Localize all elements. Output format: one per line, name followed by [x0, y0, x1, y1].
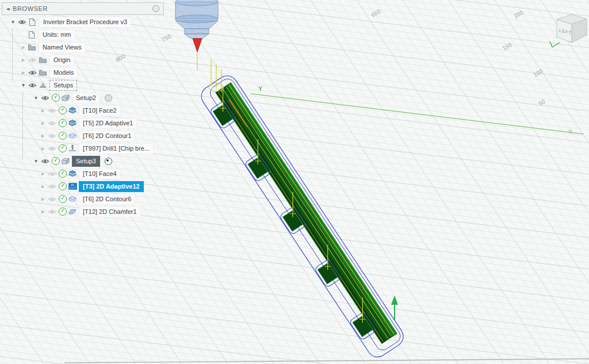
contour-operation-icon	[68, 132, 77, 139]
document-icon	[28, 31, 37, 39]
display-settings-icon[interactable]	[152, 5, 159, 12]
browser-item-label[interactable]: [T10] Face4	[79, 168, 121, 179]
operation-valid-check-icon: ✓	[52, 94, 60, 102]
browser-row-setup2[interactable]: ▾✓Setup2	[2, 91, 154, 104]
visibility-on-eye-icon[interactable]	[28, 82, 37, 89]
browser-panel-title: BROWSER	[13, 5, 48, 12]
visibility-off-eye-icon[interactable]	[48, 120, 57, 127]
browser-row-t10-face2[interactable]: ▹✓[T10] Face2	[2, 104, 154, 117]
browser-item-label[interactable]: Setup2	[72, 93, 100, 104]
browser-item-label[interactable]: Inverter Bracket Procedure v3	[39, 17, 131, 28]
expand-arrow-icon[interactable]: ▹	[40, 145, 46, 152]
operation-valid-check-icon: ✓	[59, 182, 67, 190]
browser-row-t5-2d-adaptive1[interactable]: ▹✓[T5] 2D Adaptive1	[2, 117, 154, 129]
toolpath-pass-line	[229, 85, 394, 335]
y-axis-line	[251, 94, 583, 134]
browser-item-label[interactable]: [T997] Drill1 [Chip bre...	[79, 143, 154, 154]
browser-item-label[interactable]: Units: mm	[39, 29, 75, 40]
folder-icon	[28, 44, 37, 51]
face-operation-icon	[68, 170, 77, 177]
collapse-arrow-icon[interactable]: ▾	[10, 19, 16, 25]
browser-row-t6-2d-contour1[interactable]: ▹✓[T6] 2D Contour1	[2, 129, 154, 142]
part-edge-highlight	[231, 82, 397, 334]
visibility-off-eye-icon[interactable]	[48, 209, 57, 215]
operation-valid-check-icon: ✓	[59, 119, 67, 127]
browser-item-label[interactable]: [T6] 2D Contour6	[79, 194, 135, 205]
expand-arrow-icon[interactable]: ▹	[40, 133, 46, 139]
visibility-off-eye-icon[interactable]	[48, 133, 57, 139]
visibility-on-eye-icon[interactable]	[18, 19, 27, 25]
browser-row-inverter-bracket-procedure-v3[interactable]: ▾Inverter Bracket Procedure v3	[2, 16, 154, 28]
adaptive-operation-icon	[68, 183, 77, 190]
adaptive-operation-icon	[68, 120, 77, 127]
setups-icon	[39, 82, 48, 89]
visibility-off-eye-icon[interactable]	[48, 196, 57, 202]
browser-row-models[interactable]: ▹Models	[2, 66, 154, 79]
expand-arrow-icon[interactable]: ▹	[40, 120, 46, 127]
visibility-off-eye-icon[interactable]	[48, 183, 57, 190]
grid-coordinate-label: 150	[502, 41, 513, 52]
visibility-off-eye-icon[interactable]	[48, 145, 57, 152]
browser-item-label[interactable]: [T5] 2D Adaptive1	[79, 118, 137, 129]
browser-row-units-mm[interactable]: Units: mm	[2, 28, 154, 41]
browser-row-t6-2d-contour6[interactable]: ▹✓[T6] 2D Contour6	[2, 193, 154, 205]
browser-row-t997-drill1-chip-bre[interactable]: ▹✓[T997] Drill1 [Chip bre...	[2, 142, 154, 155]
collapse-arrow-icon[interactable]: ▾	[20, 82, 26, 89]
browser-item-label[interactable]: Setup3	[72, 156, 100, 167]
browser-item-label[interactable]: [T3] 2D Adaptive12	[79, 181, 144, 192]
operation-valid-check-icon: ✓	[59, 132, 67, 140]
browser-row-t10-face4[interactable]: ▹✓[T10] Face4	[2, 167, 154, 180]
collapse-arrow-icon[interactable]: ▾	[33, 95, 39, 101]
drill-operation-icon	[68, 145, 77, 152]
visibility-off-eye-icon[interactable]	[28, 57, 37, 63]
tool-holder-top	[175, 0, 218, 6]
operation-valid-check-icon: ✓	[59, 195, 67, 203]
contour-operation-icon	[68, 196, 77, 202]
browser-row-t3-2d-adaptive12[interactable]: ▹✓[T3] 2D Adaptive12	[2, 180, 154, 193]
operation-valid-check-icon: ✓	[59, 170, 67, 178]
visibility-off-eye-icon[interactable]	[48, 171, 57, 177]
chamfer-operation-icon	[68, 208, 77, 215]
browser-item-label[interactable]: [T10] Face2	[79, 105, 121, 116]
setup-icon	[62, 158, 70, 164]
expand-arrow-icon[interactable]: ▹	[40, 196, 46, 202]
expand-arrow-icon[interactable]: ▹	[40, 108, 46, 114]
browser-row-setup3[interactable]: ▾✓Setup3	[2, 155, 154, 167]
browser-row-origin[interactable]: ▹Origin	[2, 53, 154, 66]
browser-row-setups[interactable]: ▾Setups	[2, 79, 154, 91]
collapse-arrow-icon[interactable]: ▾	[33, 158, 39, 164]
visibility-on-eye-icon[interactable]	[41, 95, 50, 101]
fusion-manufacture-canvas[interactable]: 650750800200150100500 Y LEFT ◂◂ BROWSER …	[0, 0, 589, 364]
folder-icon	[39, 70, 48, 76]
tool-collet	[185, 29, 209, 34]
expand-arrow-icon[interactable]: ▹	[20, 70, 26, 76]
expand-arrow-icon[interactable]: ▹	[20, 44, 26, 51]
browser-item-label[interactable]: [T6] 2D Contour1	[79, 131, 135, 141]
document-icon	[29, 18, 37, 26]
browser-item-label[interactable]: Named Views	[39, 42, 86, 53]
expand-arrow-icon[interactable]: ▹	[20, 57, 26, 63]
folder-icon	[39, 57, 48, 63]
operation-valid-check-icon: ✓	[59, 144, 67, 152]
browser-panel-header[interactable]: ◂◂ BROWSER	[2, 2, 164, 15]
expand-arrow-icon[interactable]: ▹	[40, 171, 46, 177]
browser-item-label[interactable]: Models	[49, 67, 78, 78]
toolpath-pass-line	[223, 89, 388, 339]
collapse-panel-icon[interactable]: ◂◂	[6, 6, 9, 12]
operation-valid-check-icon: ✓	[52, 157, 60, 165]
visibility-on-eye-icon[interactable]	[28, 70, 37, 76]
active-setup-radio-selected[interactable]	[105, 158, 112, 165]
browser-item-label[interactable]: Setups	[49, 80, 77, 91]
active-setup-radio[interactable]	[105, 94, 112, 102]
browser-item-label[interactable]: [T12] 2D Chamfer1	[79, 206, 141, 217]
expand-arrow-icon[interactable]: ▹	[40, 209, 46, 215]
browser-row-named-views[interactable]: ▹Named Views	[2, 41, 154, 53]
visibility-on-eye-icon[interactable]	[41, 158, 50, 164]
visibility-off-eye-icon[interactable]	[48, 108, 57, 114]
browser-item-label[interactable]: Origin	[49, 55, 74, 66]
part-model[interactable]	[197, 72, 407, 361]
expand-arrow-icon[interactable]: ▹	[40, 183, 46, 190]
browser-tree[interactable]: ▾Inverter Bracket Procedure v3Units: mm▹…	[2, 16, 154, 218]
grid-coordinate-label: 100	[533, 68, 544, 78]
browser-row-t12-2d-chamfer1[interactable]: ▹✓[T12] 2D Chamfer1	[2, 205, 154, 218]
